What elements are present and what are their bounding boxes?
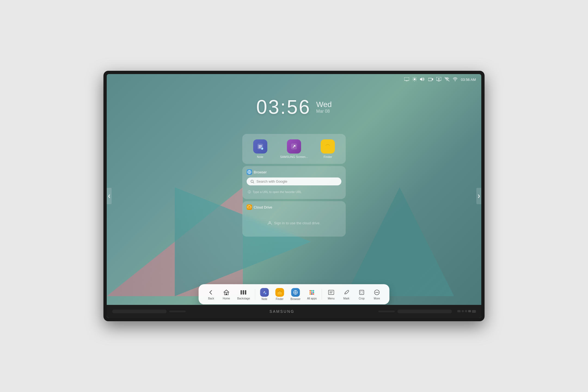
cards-area: Note SAMSUNG Screen... [242,134,346,237]
svg-point-43 [311,290,313,292]
port-area [457,310,476,313]
app-item-finder[interactable]: Finder [321,139,335,158]
clock-area: 03:56 Wed Mar 08 [256,96,332,118]
svg-point-48 [310,293,311,295]
taskbar-menu[interactable]: Menu [324,287,338,302]
crop-label: Crop [359,297,365,300]
brightness-icon[interactable] [412,77,417,82]
clock-time: 03:56 [256,96,311,118]
clock-date: Wed Mar 08 [316,100,332,114]
taskbar-backstage[interactable]: Backstage [235,287,253,302]
cloud-drive-card: Cloud Drive Sign in to use the cloud dri… [242,201,346,237]
browser-taskbar-label: Browser [290,298,301,301]
menu-label: Menu [328,297,335,300]
svg-line-10 [413,80,414,81]
note-app-icon[interactable] [253,139,267,154]
mark-icon [342,289,350,296]
more-label: More [374,297,380,300]
backstage-label: Backstage [237,297,250,300]
finder-icon[interactable] [321,139,335,154]
svg-rect-38 [245,290,246,295]
app-item-samsung-screen[interactable]: SAMSUNG Screen... [280,139,308,158]
taskbar: Back Home [199,284,390,304]
svg-point-28 [251,180,253,182]
side-handle-right[interactable]: ❯ [476,188,481,204]
clock-day: Wed [316,100,332,109]
apps-card: Note SAMSUNG Screen... [242,134,346,164]
search-placeholder: Search with Google [256,179,287,183]
finder-taskbar-label: Finder [276,298,283,301]
brand-logo: SAMSUNG [270,309,295,314]
svg-rect-35 [226,293,227,295]
finder-app-label: Finder [324,155,332,158]
samsung-screen-label: SAMSUNG Screen... [280,155,308,158]
svg-point-44 [313,290,314,292]
svg-point-50 [313,293,314,295]
svg-point-61 [375,292,376,293]
svg-line-7 [413,78,414,78]
svg-line-29 [253,182,254,183]
browser-hint: Type a URL to open the favorite URL [247,188,341,196]
svg-line-8 [416,80,416,81]
svg-rect-51 [328,290,334,295]
svg-point-39 [265,293,266,294]
hint-icon [248,190,251,194]
taskbar-divider-2 [321,289,322,300]
tv-bottom-bezel: SAMSUNG [107,305,481,318]
side-handle-left[interactable]: ❮ [107,188,112,204]
note-app-label: Note [257,155,263,158]
svg-rect-36 [241,290,242,295]
svg-point-32 [249,191,250,191]
bottom-btn-left [169,311,186,312]
taskbar-browser[interactable]: Browser [288,286,303,302]
wifi-icon[interactable] [453,77,458,82]
svg-point-42 [310,290,311,292]
camera-icon[interactable] [428,77,433,82]
search-icon [250,180,254,183]
network-block-icon[interactable] [445,77,449,82]
svg-point-46 [311,292,313,293]
taskbar-mark[interactable]: Mark [339,287,353,302]
cloud-card-header: Cloud Drive [247,204,341,210]
status-bar: 03:56 AM [107,74,481,85]
browser-card-title: Browser [254,170,267,174]
browser-taskbar-icon [291,288,300,297]
svg-point-49 [311,293,313,295]
browser-search-bar[interactable]: Search with Google [247,177,341,185]
menu-icon [327,289,335,296]
svg-point-47 [313,292,314,293]
app-item-note[interactable]: Note [253,139,267,158]
taskbar-more[interactable]: More [370,287,384,302]
bg-shape-dark [345,187,454,296]
samsung-screen-icon[interactable] [287,139,301,154]
volume-icon[interactable] [420,77,425,82]
svg-rect-37 [243,290,244,295]
svg-point-62 [376,292,377,293]
back-label: Back [208,297,214,300]
taskbar-note[interactable]: Note [257,286,271,302]
screen-share-icon[interactable] [436,77,441,82]
browser-hint-text: Type a URL to open the favorite URL [253,190,302,194]
allapps-label: All apps [307,297,317,300]
mark-label: Mark [343,297,349,300]
taskbar-home[interactable]: Home [219,287,234,302]
svg-point-63 [378,292,378,293]
allapps-icon [308,289,316,296]
tv-screen: 03:56 AM 03:56 Wed Mar 08 [107,74,481,318]
browser-card-header: Browser [247,169,341,175]
more-icon [373,289,381,296]
cloud-signin-area[interactable]: Sign in to use the cloud drive. [247,213,341,233]
taskbar-divider-1 [255,289,255,300]
speaker-right [397,310,452,313]
taskbar-back[interactable]: Back [204,287,218,302]
taskbar-finder[interactable]: Finder [272,286,287,302]
screen-mirroring-icon[interactable] [404,77,409,82]
taskbar-crop[interactable]: Crop [354,287,369,302]
crop-icon [358,289,365,296]
cloud-header-icon [247,204,252,210]
taskbar-allapps[interactable]: All apps [304,287,320,302]
note-taskbar-icon [260,288,269,297]
tv-device: 03:56 AM 03:56 Wed Mar 08 [103,71,485,321]
svg-rect-1 [406,81,408,81]
svg-point-45 [310,292,311,293]
